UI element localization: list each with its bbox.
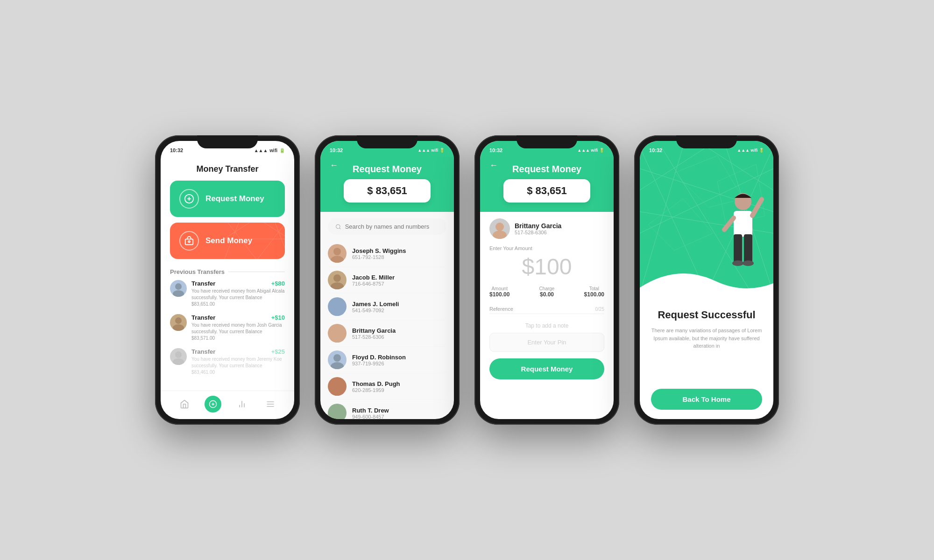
phone2-body: Joseph S. Wiggins 651-792-1528 Jacob E. … [320, 212, 454, 419]
svg-point-13 [173, 324, 184, 331]
phone-4: 10:32 ▲▲▲ wifi 🔋 [634, 135, 779, 425]
amount-details: Amount $100.00 Charge $0.00 Total $100.0… [489, 286, 604, 298]
contact-avatar-6 [328, 377, 347, 396]
screen-title-2: Request Money [330, 164, 445, 175]
success-title: Request Successful [651, 309, 762, 321]
svg-rect-8 [185, 239, 193, 245]
send-money-button[interactable]: Send Money [170, 223, 285, 259]
nav-chart[interactable] [234, 396, 250, 413]
amount-badge-2: $ 83,651 [344, 179, 431, 203]
contact-item-2[interactable]: Jacob E. Miller 716-646-8757 [328, 267, 446, 294]
nav-home[interactable] [176, 396, 193, 413]
request-icon [179, 189, 199, 209]
svg-point-61 [743, 260, 754, 266]
request-money-label: Request Money [205, 194, 264, 203]
svg-point-10 [175, 283, 182, 290]
status-time-2: 10:32 [330, 147, 343, 153]
pin-input[interactable]: Enter Your Pin [489, 333, 604, 352]
contact-info-3: James J. Lomeli 541-549-7092 [352, 301, 399, 313]
search-icon [335, 224, 341, 230]
svg-marker-52 [648, 199, 713, 251]
notch-1 [197, 135, 258, 148]
contact-info-2: Jacob E. Miller 716-646-8757 [352, 274, 395, 287]
bottom-nav-1 [161, 391, 294, 419]
contact-item-4[interactable]: Brittany Garcia 517-528-6306 [328, 320, 446, 347]
search-input[interactable] [345, 223, 439, 230]
status-icons-4: ▲▲▲ wifi 🔋 [737, 148, 764, 153]
contact-info-6: Thomas D. Pugh 620-285-1959 [352, 380, 400, 393]
svg-point-9 [188, 241, 190, 243]
svg-line-5 [273, 223, 285, 259]
status-icons-2: ▲▲▲ wifi 🔋 [417, 148, 445, 153]
transfer-list: Transfer +$80 You have received money fr… [161, 280, 294, 391]
transfer-item-1[interactable]: Transfer +$80 You have received money fr… [170, 280, 285, 308]
request-money-button-3[interactable]: Request Money [489, 358, 604, 379]
phone2-header: ← Request Money $ 83,651 [320, 157, 454, 212]
phone3-header: ← Request Money $ 83,651 [480, 157, 614, 212]
svg-point-11 [173, 290, 184, 297]
phone-1: 10:32 ▲▲▲ wifi 🔋 Money Transfer Request … [155, 135, 300, 425]
phone4-top: 10:32 ▲▲▲ wifi 🔋 [640, 141, 773, 300]
transfer-item-3[interactable]: Transfer +$25 You have received money fr… [170, 348, 285, 376]
amount-badge-3: $ 83,651 [503, 179, 590, 203]
contact-avatar-1 [328, 244, 347, 263]
section-label-transfers: Previous Transfers [161, 268, 294, 280]
request-money-button[interactable]: Request Money [170, 181, 285, 217]
svg-line-2 [257, 223, 285, 239]
nav-menu[interactable] [262, 396, 279, 413]
contact-info-4: Brittany Garcia 517-528-6306 [352, 327, 396, 340]
svg-point-60 [732, 260, 743, 266]
svg-point-14 [175, 351, 182, 358]
svg-line-56 [752, 199, 762, 216]
charge-col: Charge $0.00 [539, 286, 555, 298]
svg-point-32 [331, 336, 344, 343]
transfer-avatar-3 [170, 348, 187, 365]
contact-item-3[interactable]: James J. Lomeli 541-549-7092 [328, 294, 446, 320]
transfer-avatar-2 [170, 314, 187, 331]
svg-point-39 [495, 223, 504, 231]
selected-contact-avatar [489, 218, 510, 239]
contact-avatar-7 [328, 404, 347, 419]
back-to-home-button[interactable]: Back To Home [651, 389, 762, 410]
svg-point-15 [173, 358, 184, 365]
nav-transfer-active[interactable] [205, 396, 221, 413]
svg-line-6 [224, 223, 257, 259]
contact-item-1[interactable]: Joseph S. Wiggins 651-792-1528 [328, 240, 446, 267]
svg-line-24 [340, 228, 340, 229]
transfer-item-2[interactable]: Transfer +$10 You have received money fr… [170, 314, 285, 342]
transfer-info-3: Transfer +$25 You have received money fr… [191, 348, 285, 376]
status-time-3: 10:32 [489, 147, 502, 153]
svg-point-27 [333, 274, 341, 282]
contact-avatar-3 [328, 297, 347, 316]
note-placeholder[interactable]: Tap to add a note [489, 319, 604, 333]
transfer-info-1: Transfer +$80 You have received money fr… [191, 280, 285, 308]
contact-info-1: Joseph S. Wiggins 651-792-1528 [352, 247, 406, 260]
amount-col: Amount $100.00 [489, 286, 509, 298]
transfer-avatar-1 [170, 280, 187, 297]
svg-point-38 [331, 415, 344, 419]
reference-row: Reference 0/25 [489, 302, 604, 314]
page-title-1: Money Transfer [161, 157, 294, 181]
contact-item-6[interactable]: Thomas D. Pugh 620-285-1959 [328, 373, 446, 400]
phone-3: 10:32 ▲▲▲ wifi 🔋 ← Request Money $ 83,65… [474, 135, 619, 425]
contact-avatar-4 [328, 324, 347, 343]
svg-point-30 [331, 309, 344, 316]
svg-rect-58 [734, 234, 742, 262]
phone4-bottom: Request Successful There are many variat… [640, 300, 773, 419]
svg-point-25 [333, 248, 341, 255]
contact-info-5: Floyd D. Robinson 937-719-9926 [352, 354, 406, 366]
search-box[interactable] [328, 218, 446, 235]
send-geo-pattern [224, 223, 285, 259]
svg-point-23 [336, 224, 340, 228]
transfer-info-2: Transfer +$10 You have received money fr… [191, 314, 285, 342]
contact-info-7: Ruth T. Drew 949-600-8457 [352, 407, 389, 420]
status-time-4: 10:32 [649, 147, 662, 153]
contact-item-5[interactable]: Floyd D. Robinson 937-719-9926 [328, 347, 446, 373]
phone3-body: Brittany Garcia 517-528-6306 Enter Your … [480, 212, 614, 386]
success-desc: There are many variations of passages of… [651, 327, 762, 350]
svg-point-12 [175, 317, 182, 324]
svg-line-1 [224, 223, 257, 239]
svg-point-40 [493, 231, 507, 239]
contact-item-7[interactable]: Ruth T. Drew 949-600-8457 [328, 400, 446, 419]
phone-2: 10:32 ▲▲▲ wifi 🔋 ← Request Money $ 83,65… [315, 135, 460, 425]
